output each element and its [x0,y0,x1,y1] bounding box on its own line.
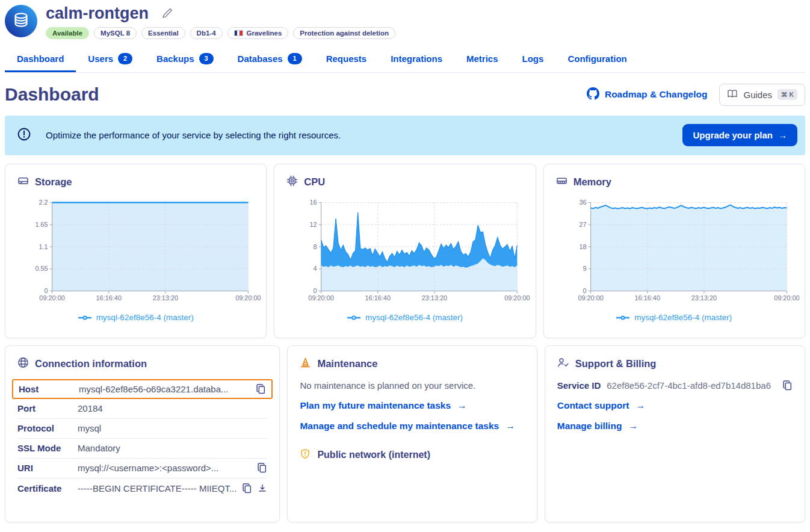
tab-backups[interactable]: Backups3 [144,46,226,72]
copy-icon[interactable] [257,463,267,473]
svg-text:12: 12 [310,220,317,227]
arrow-right-icon: → [505,421,515,431]
tab-users[interactable]: Users2 [76,46,144,72]
connection-row-uri: URI mysql://<username>:<password>... [17,459,267,478]
memory-card: Memory 0918273609:20:0016:16:4023:13:200… [543,164,805,338]
maintenance-card: Maintenance No maintenance is planned on… [287,345,537,522]
cpu-chip-icon [286,175,298,189]
service-id-row: Service ID 62ef8e56-2cf7-4bc1-afd8-ed7b1… [557,380,793,391]
arrow-right-icon: → [457,400,467,411]
plan-maintenance-link[interactable]: Plan my future maintenance tasks → [300,400,524,411]
svg-text:23:13:20: 23:13:20 [422,294,447,302]
copy-icon[interactable] [242,483,252,493]
card-title: CPU [304,176,325,188]
engine-badge: MySQL 8 [94,27,137,39]
connection-row-certificate: Certificate -----BEGIN CERTIFICATE----- … [17,478,267,498]
storage-card: Storage 00.551.11.652.209:20:0016:16:402… [5,164,267,338]
databases-count-badge: 1 [288,53,302,64]
svg-text:18: 18 [579,243,586,250]
keyboard-shortcut-badge: ⌘ K [778,89,797,100]
card-title: Memory [573,176,611,188]
upgrade-plan-button[interactable]: Upgrade your plan → [682,124,797,146]
maintenance-message: No maintenance is planned on your servic… [300,380,524,391]
card-title: Storage [35,176,72,188]
svg-text:0: 0 [583,287,586,294]
page-head: Dashboard Roadmap & Changelog Guides [5,84,805,106]
tab-bar: Dashboard Users2 Backups3 Databases1 Req… [5,46,805,73]
arrow-right-icon: → [778,130,787,140]
network-label: Public network (internet) [317,450,430,460]
shield-warning-icon [300,448,311,462]
region-badge: Gravelines [227,27,289,39]
svg-text:1.1: 1.1 [39,243,48,250]
svg-text:23:13:20: 23:13:20 [153,294,178,302]
svg-text:16:16:40: 16:16:40 [96,294,122,302]
connection-row-protocol: Protocol mysql [17,419,267,439]
svg-text:09:20:00: 09:20:00 [774,294,799,302]
storage-chart[interactable]: 00.551.11.652.209:20:0016:16:4023:13:200… [17,197,254,307]
edit-name-icon[interactable] [161,8,173,19]
svg-text:2.2: 2.2 [39,199,48,206]
svg-text:1.65: 1.65 [35,220,48,227]
copy-icon[interactable] [256,384,266,394]
tab-configuration[interactable]: Configuration [555,46,638,72]
connection-row-port: Port 20184 [17,399,267,419]
tab-databases[interactable]: Databases1 [226,46,314,72]
manage-maintenance-link[interactable]: Manage and schedule my maintenance tasks… [300,421,524,431]
svg-text:27: 27 [579,220,586,227]
legend-marker-icon [347,313,360,322]
svg-text:9: 9 [583,265,586,272]
tab-requests[interactable]: Requests [314,46,379,72]
chart-legend[interactable]: mysql-62ef8e56-4 (master) [17,313,254,322]
cpu-card: CPU 048121609:20:0016:16:4023:13:2009:20… [274,164,536,338]
svg-text:09:20:00: 09:20:00 [235,294,261,302]
contact-support-link[interactable]: Contact support → [557,400,793,411]
service-avatar [5,5,37,37]
tab-logs[interactable]: Logs [510,46,556,72]
card-title: Support & Billing [575,358,657,370]
legend-marker-icon [78,313,91,322]
connection-information-card: Connection information Host mysql-62ef8e… [5,345,280,522]
chart-legend[interactable]: mysql-62ef8e56-4 (master) [286,313,523,322]
globe-icon [17,357,29,371]
svg-text:09:20:00: 09:20:00 [504,294,530,302]
card-title: Connection information [35,358,147,370]
roadmap-changelog-link[interactable]: Roadmap & Changelog [587,87,708,102]
svg-text:4: 4 [314,265,317,272]
copy-icon[interactable] [782,380,793,391]
page: calm-rontgen Available MySQL 8 Essential… [0,0,810,522]
guides-button[interactable]: Guides ⌘ K [719,84,805,106]
download-icon[interactable] [258,483,267,493]
france-flag-icon [234,30,243,36]
legend-marker-icon [616,313,629,322]
database-icon [12,11,30,31]
svg-text:0: 0 [45,287,48,294]
arrow-right-icon: → [635,400,645,411]
user-check-icon [557,357,569,371]
svg-text:16:16:40: 16:16:40 [365,294,391,302]
page-title: Dashboard [5,84,99,105]
tab-metrics[interactable]: Metrics [454,46,510,72]
manage-billing-link[interactable]: Manage billing → [557,421,793,431]
connection-row-ssl-mode: SSL Mode Mandatory [17,439,267,459]
svg-text:09:20:00: 09:20:00 [578,294,603,302]
service-badges: Available MySQL 8 Essential Db1-4 Gravel… [46,27,395,39]
svg-text:23:13:20: 23:13:20 [691,294,716,302]
tab-integrations[interactable]: Integrations [379,46,454,72]
users-count-badge: 2 [118,53,132,64]
tab-dashboard[interactable]: Dashboard [5,46,76,72]
github-icon [587,87,599,102]
plan-badge: Essential [141,27,185,39]
card-title: Maintenance [317,358,377,370]
chart-legend[interactable]: mysql-62ef8e56-4 (master) [556,313,793,322]
svg-text:09:20:00: 09:20:00 [39,294,64,302]
svg-text:0: 0 [314,287,317,294]
upgrade-banner: Optimize the performance of your service… [5,116,805,155]
deletion-protection-badge: Protection against deletion [293,27,395,39]
backups-count-badge: 3 [199,53,214,64]
memory-chart[interactable]: 0918273609:20:0016:16:4023:13:2009:20:00 [556,197,793,307]
service-header: calm-rontgen Available MySQL 8 Essential… [5,5,805,39]
cpu-chart[interactable]: 048121609:20:0016:16:4023:13:2009:20:00 [286,197,523,307]
connection-row-host: Host mysql-62ef8e56-o69ca3221.databa... [12,379,273,399]
svg-text:8: 8 [314,243,317,250]
